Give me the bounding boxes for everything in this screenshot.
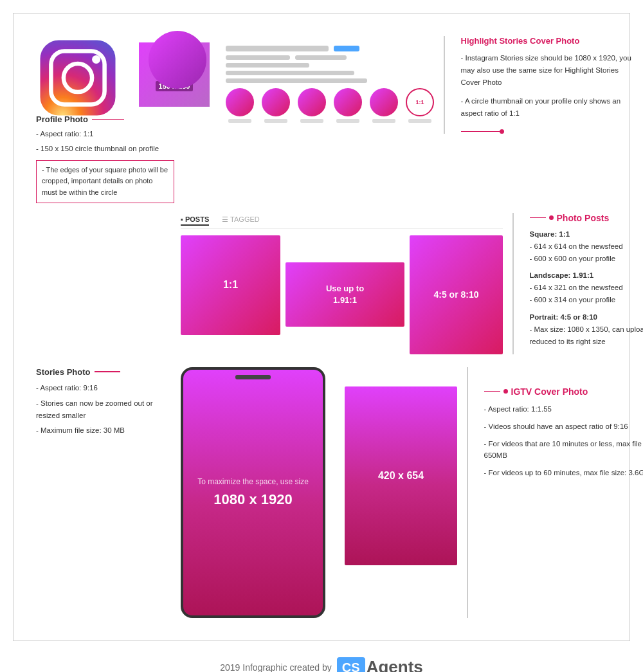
- profile-thumb-wrapper: 150 x 150: [139, 36, 216, 107]
- mock-bar-row-5: [226, 78, 434, 83]
- story-circle-4: [334, 88, 362, 116]
- igtv-bullet2: - Videos should have an aspect ratio of …: [484, 421, 644, 433]
- story-circle-5: [370, 88, 398, 116]
- profile-bullet1: - Aspect ratio: 1:1: [36, 128, 174, 140]
- row2-photo-posts: ▪ POSTS ☰ TAGGED 1:1 Use up to1.91:1 4:5…: [36, 213, 607, 354]
- igtv-size-label: 420 x 654: [378, 470, 424, 482]
- bar-6: [226, 78, 367, 83]
- profile-top-row: 150 x 150: [139, 36, 434, 123]
- stories-photo-title: Stories Photo: [36, 367, 91, 377]
- bar-1: [226, 46, 329, 51]
- svg-point-3: [92, 55, 100, 64]
- igtv-bullet3: - For videos that are 10 minutes or less…: [484, 438, 644, 462]
- row3-stories-igtv: Stories Photo - Aspect ratio: 9:16 - Sto…: [36, 367, 607, 618]
- story-circle-2: [262, 88, 290, 116]
- main-container: 150 x 150: [13, 13, 630, 641]
- profile-bullet2: - 150 x 150 circle thumbnail on profile: [36, 143, 174, 155]
- mock-bar-row-3: [226, 63, 434, 68]
- posts-tab-active[interactable]: ▪ POSTS: [181, 215, 209, 226]
- bar-5: [226, 71, 354, 75]
- photo-posts-annotation: Photo Posts Square: 1:1 - 614 x 614 on t…: [523, 213, 644, 349]
- pp-square-b2: - 600 x 600 on your profile: [530, 253, 644, 265]
- pp-landscape-b2: - 600 x 314 on your profile: [530, 294, 644, 306]
- profile-title-row: Profile Photo: [36, 114, 174, 124]
- phone-mockup: To maximize the space, use size 1080 x 1…: [181, 367, 325, 618]
- agents-text: Agents: [367, 657, 423, 672]
- profile-annotation-row: Profile Photo - Aspect ratio: 1:1 - 150 …: [36, 114, 607, 203]
- pp-title-dot: [549, 215, 554, 220]
- tagged-tab[interactable]: ☰ TAGGED: [222, 215, 260, 226]
- stories-title-line: [95, 371, 120, 372]
- mock-bar-row-1: [226, 46, 434, 51]
- pp-landscape-title: Landscape: 1.91:1: [530, 269, 644, 282]
- pp-square-b1: - 614 x 614 on the newsfeed: [530, 241, 644, 253]
- instagram-logo-area: [36, 36, 132, 122]
- photo-posts-title: Photo Posts: [557, 213, 610, 223]
- footer: 2019 Infographic created by CS Agents: [0, 648, 643, 672]
- posts-grid: 1:1 Use up to1.91:1 4:5 or 8:10: [181, 235, 503, 354]
- cs-agents-brand: CS Agents: [337, 657, 423, 672]
- instagram-logo: [36, 36, 120, 120]
- stories-title-row: Stories Photo: [36, 367, 174, 377]
- profile-photo-title: Profile Photo: [36, 114, 88, 124]
- highlight-stories-bullet1: - Instagram Stories size should be 1080 …: [461, 52, 638, 89]
- stories-bullet2: - Stories can now be zoomed out or resiz…: [36, 397, 174, 422]
- footer-prefix: 2019 Infographic created by: [220, 662, 332, 672]
- story-circle-outline: 1:1: [406, 88, 434, 116]
- post-portrait: 4:5 or 8:10: [410, 235, 503, 354]
- mock-bar-row-4: [226, 71, 434, 75]
- igtv-title-dot: [503, 389, 508, 394]
- post-portrait-label: 4:5 or 8:10: [433, 289, 478, 300]
- igtv-bullet4: - For videos up to 60 minutes, max file …: [484, 467, 644, 479]
- pp-landscape-b1: - 614 x 321 on the newsfeed: [530, 282, 644, 294]
- hs-title-row: Highlight Stories Cover Photo: [461, 36, 638, 46]
- pp-square-title: Square: 1:1: [530, 228, 644, 241]
- pp-portrait-group: Portrait: 4:5 or 8:10 - Max size: 1080 x…: [530, 311, 644, 348]
- full-layout: 150 x 150: [26, 26, 617, 628]
- igtv-annotation: IGTV Cover Photo - Aspect ratio: 1:1.55 …: [478, 367, 644, 480]
- phone-notch: [235, 375, 271, 379]
- post-square-label: 1:1: [223, 279, 238, 291]
- posts-tabs-row: ▪ POSTS ☰ TAGGED: [181, 213, 503, 229]
- stories-annotation-left: Stories Photo - Aspect ratio: 9:16 - Sto…: [36, 367, 174, 437]
- phone-inner-text: To maximize the space, use size: [197, 477, 309, 486]
- profile-title-line: [92, 119, 124, 120]
- vertical-divider-mid: [512, 213, 514, 354]
- mock-profile-right: 1:1: [226, 36, 434, 123]
- pp-title-line: [530, 217, 546, 219]
- posts-area: ▪ POSTS ☰ TAGGED 1:1 Use up to1.91:1 4:5…: [181, 213, 503, 354]
- bar-2: [226, 55, 290, 60]
- pp-portrait-title: Portrait: 4:5 or 8:10: [530, 311, 644, 323]
- story-circle-1: [226, 88, 254, 116]
- stories-bullet1: - Aspect ratio: 9:16: [36, 382, 174, 394]
- igtv-cover-box: 420 x 654: [345, 386, 457, 565]
- mock-bar-row-2: [226, 55, 434, 60]
- pp-portrait-b1: - Max size: 1080 x 1350, can upload larg…: [530, 323, 644, 348]
- stories-bullet3: - Maximum file size: 30 MB: [36, 424, 174, 437]
- post-landscape: Use up to1.91:1: [285, 262, 404, 327]
- profile-annotation-left: Profile Photo - Aspect ratio: 1:1 - 150 …: [36, 114, 174, 203]
- igtv-title-line: [484, 391, 500, 392]
- phone-inner-size: 1080 x 1920: [213, 491, 292, 508]
- igtv-bullet1: - Aspect ratio: 1:1.55: [484, 403, 644, 415]
- igtv-title: IGTV Cover Photo: [511, 386, 588, 397]
- pp-title-row: Photo Posts: [530, 213, 644, 223]
- bar-4: [226, 63, 309, 68]
- pp-square-group: Square: 1:1 - 614 x 614 on the newsfeed …: [530, 228, 644, 265]
- post-landscape-label: Use up to1.91:1: [326, 283, 364, 306]
- highlight-stories-title: Highlight Stories Cover Photo: [461, 36, 580, 46]
- igtv-title-row: IGTV Cover Photo: [484, 386, 644, 397]
- profile-middle-area: 150 x 150: [139, 36, 434, 123]
- cs-badge: CS: [337, 657, 365, 672]
- profile-avatar-circle: [149, 31, 206, 89]
- pp-landscape-group: Landscape: 1.91:1 - 614 x 321 on the new…: [530, 269, 644, 306]
- post-square: 1:1: [181, 235, 280, 335]
- profile-box-text: - The edges of your square photo will be…: [36, 160, 174, 203]
- bar-blue-1: [334, 46, 359, 51]
- vertical-divider-bottom: [467, 367, 468, 618]
- phone-igtv-area: To maximize the space, use size 1080 x 1…: [181, 367, 457, 618]
- bar-3: [295, 55, 347, 60]
- story-circle-3: [298, 88, 326, 116]
